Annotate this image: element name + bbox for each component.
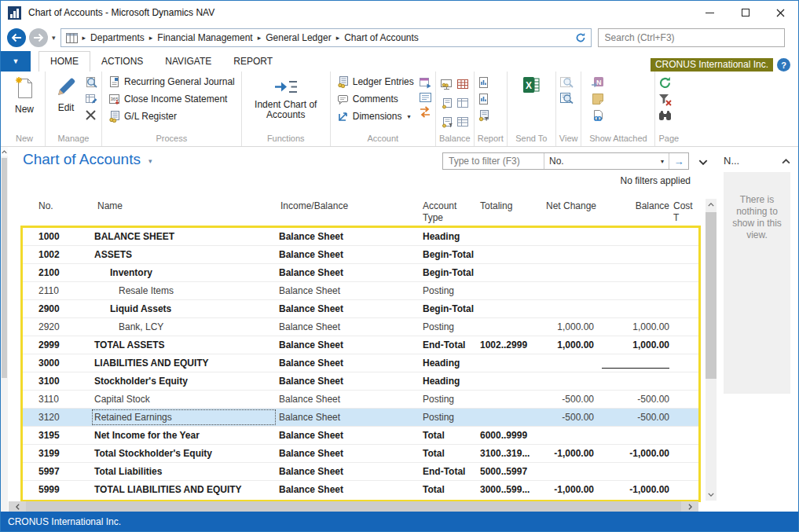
delete-button[interactable] [85,109,98,121]
cell-balance[interactable] [599,300,672,317]
cell-net-change[interactable] [544,463,599,480]
cell-name[interactable]: Retained Earnings [91,409,277,426]
gl-account-balance-button[interactable] [441,97,453,109]
table-row[interactable]: 3000LIABILITIES AND EQUITYBalance SheetH… [23,354,698,372]
minimize-button[interactable] [692,1,728,24]
cell-net-change[interactable]: -500.00 [544,391,599,408]
cell-account-type[interactable]: Begin-Total [418,264,478,281]
account-balance-shortcut-button[interactable] [419,76,432,89]
dimensions-button[interactable]: Dimensions ▾ [334,108,417,125]
cell-net-change[interactable]: 1,000.00 [544,318,599,336]
tab-home[interactable]: HOME [38,51,90,72]
cell-income-balance[interactable]: Balance Sheet [277,427,418,444]
cell-income-balance[interactable]: Balance Sheet [277,336,418,354]
cell-no[interactable]: 2110 [23,282,91,299]
cell-net-change[interactable] [544,282,599,299]
cell-name[interactable]: Capital Stock [91,391,277,408]
notes-pane-collapse-button[interactable] [782,155,790,167]
account-transfer-shortcut-button[interactable] [419,106,432,118]
cell-totaling[interactable] [478,409,544,426]
cell-totaling[interactable] [478,391,544,408]
cell-income-balance[interactable]: Balance Sheet [277,481,418,499]
table-row[interactable]: 5997Total LiabilitiesBalance SheetEnd-To… [23,463,698,481]
table-row[interactable]: 3110Capital StockBalance SheetPosting-50… [23,391,698,409]
gl-balance-by-period-button[interactable] [456,97,469,108]
cell-cost-no[interactable] [672,336,698,354]
cell-name[interactable]: Resale Items [91,282,277,299]
address-refresh-button[interactable] [575,32,586,43]
scroll-right-button[interactable] [681,501,698,512]
cell-cost-no[interactable] [672,427,698,444]
cell-cost-no[interactable] [672,391,698,408]
scroll-left-button[interactable] [9,501,26,512]
breadcrumb-item-general-ledger[interactable]: General Ledger [266,32,331,43]
cell-name[interactable]: TOTAL ASSETS [91,336,277,354]
company-badge[interactable]: CRONUS International Inc. [651,58,773,72]
cell-totaling[interactable]: 3000..599... [478,481,544,499]
cell-balance[interactable]: -1,000.00 [599,445,672,462]
cell-income-balance[interactable]: Balance Sheet [277,300,418,317]
cell-cost-no[interactable] [672,409,698,426]
cell-totaling[interactable] [478,354,544,372]
cell-cost-no[interactable] [672,372,698,390]
gl-balance-button[interactable] [440,79,453,90]
cell-account-type[interactable]: Posting [418,318,478,336]
cell-balance[interactable] [599,264,672,281]
cell-no[interactable]: 5999 [23,481,91,499]
filter-field-dropdown[interactable]: No. ▾ [544,156,669,167]
new-button[interactable]: New [7,73,42,118]
cell-cost-no[interactable] [672,282,698,299]
cell-name[interactable]: ASSETS [91,246,277,263]
gl-register-button[interactable]: G/L Register [105,108,180,125]
cell-balance[interactable] [599,354,672,372]
cell-income-balance[interactable]: Balance Sheet [277,445,418,462]
breadcrumb-item-financial-management[interactable]: Financial Management [157,32,252,43]
cell-account-type[interactable]: Heading [418,228,478,245]
cell-income-balance[interactable]: Balance Sheet [277,246,418,263]
cell-cost-no[interactable] [672,246,698,263]
cell-no[interactable]: 1002 [23,246,91,263]
cell-no[interactable]: 5997 [23,463,91,480]
cell-cost-no[interactable] [672,300,698,317]
cell-account-type[interactable]: Begin-Total [418,246,478,263]
tab-report[interactable]: REPORT [222,52,284,72]
cell-net-change[interactable] [544,246,599,263]
cell-cost-no[interactable] [672,445,698,462]
cell-net-change[interactable]: 1,000.00 [544,336,599,354]
view-page-button[interactable] [559,76,574,88]
cell-net-change[interactable] [544,372,599,390]
cell-net-change[interactable] [544,264,599,281]
cell-net-change[interactable]: -1,000.00 [544,481,599,499]
cell-account-type[interactable]: Heading [418,372,478,390]
comments-button[interactable]: Comments [334,90,417,108]
cell-balance[interactable] [599,427,672,444]
table-row[interactable]: 2999TOTAL ASSETSBalance SheetEnd-Total10… [23,336,698,354]
close-income-statement-button[interactable]: 365 Close Income Statement [105,90,230,108]
cell-balance[interactable]: -500.00 [599,391,672,408]
maximize-button[interactable] [728,1,763,24]
indent-chart-of-accounts-button[interactable]: Indent Chart of Accounts [245,73,327,123]
edit-button[interactable]: Edit [49,73,83,116]
view-list-button[interactable] [559,92,574,104]
cell-income-balance[interactable]: Balance Sheet [277,409,418,426]
cell-balance[interactable]: 1,000.00 [599,318,672,336]
cell-account-type[interactable]: Posting [418,391,478,408]
cell-cost-no[interactable] [672,354,698,372]
recurring-general-journal-button[interactable]: Recurring General Journal [105,73,238,90]
cell-account-type[interactable]: Total [418,427,478,444]
find-button[interactable] [658,110,672,121]
cell-income-balance[interactable]: Balance Sheet [277,372,418,390]
cell-net-change[interactable]: -1,000.00 [544,445,599,462]
breadcrumb-item-departments[interactable]: Departments [90,32,145,43]
cell-no[interactable]: 3000 [23,354,91,372]
vertical-scrollbar-thumb[interactable] [706,212,717,379]
cell-account-type[interactable]: End-Total [418,463,478,480]
view-button[interactable] [85,76,98,90]
back-button[interactable] [7,28,26,47]
cell-totaling[interactable] [478,318,544,336]
cell-cost-no[interactable] [672,463,698,480]
filter-pane-expand-button[interactable] [698,156,708,167]
cell-income-balance[interactable]: Balance Sheet [277,463,418,480]
links-button[interactable] [592,109,604,123]
edit-list-button[interactable] [85,93,98,106]
